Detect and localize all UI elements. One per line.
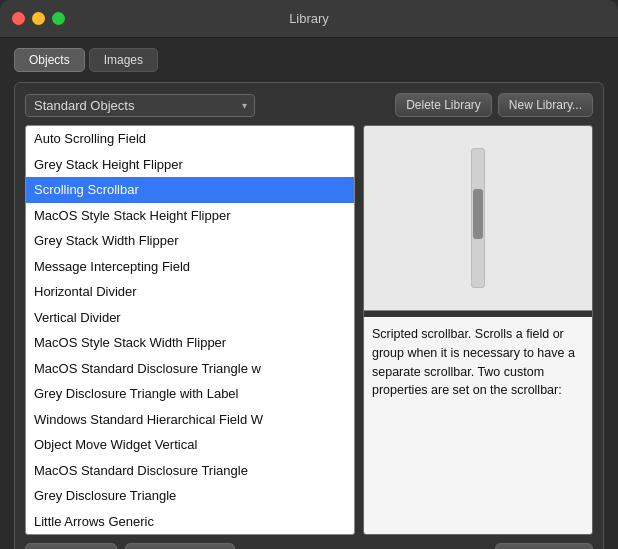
list-item[interactable]: Grey Stack Width Flipper (26, 228, 354, 254)
list-item[interactable]: Object Move Widget Vertical (26, 432, 354, 458)
list-item[interactable]: Horizontal Divider (26, 279, 354, 305)
list-item[interactable]: Windows Standard Hierarchical Field W (26, 407, 354, 433)
description-area: Scripted scrollbar. Scrolls a field or g… (364, 317, 592, 534)
list-item[interactable]: Little Arrows Generic (26, 509, 354, 535)
library-dropdown-wrapper: Standard Objects ▾ (25, 94, 255, 117)
tabs-row: Objects Images (14, 48, 604, 72)
main-content: Objects Images Standard Objects ▾ Delete… (0, 38, 618, 549)
delete-entry-button[interactable]: Delete Entry (25, 543, 117, 549)
list-item[interactable]: Scrolling Scrollbar (26, 177, 354, 203)
close-button[interactable] (12, 12, 25, 25)
library-dropdown[interactable]: Standard Objects (25, 94, 255, 117)
window-controls (12, 12, 65, 25)
import-selected-button[interactable]: Import Selected (125, 543, 235, 549)
list-panel[interactable]: Auto Scrolling FieldGrey Stack Height Fl… (25, 125, 355, 535)
window-title: Library (289, 11, 329, 26)
list-item[interactable]: MacOS Standard Disclosure Triangle (26, 458, 354, 484)
list-item[interactable]: Message Intercepting Field (26, 254, 354, 280)
content-columns: Auto Scrolling FieldGrey Stack Height Fl… (25, 125, 593, 535)
list-item[interactable]: Grey Disclosure Triangle (26, 483, 354, 509)
list-item[interactable]: Grey Disclosure Triangle with Label (26, 381, 354, 407)
list-item[interactable]: MacOS Standard Disclosure Triangle w (26, 356, 354, 382)
right-panel: Scripted scrollbar. Scrolls a field or g… (363, 125, 593, 535)
place-object-button[interactable]: Place Object (495, 543, 593, 549)
scrollbar-thumb (473, 189, 483, 239)
list-item[interactable]: Auto Scrolling Field (26, 126, 354, 152)
scrollbar-preview-graphic (471, 148, 485, 288)
bottom-row: Delete Entry Import Selected Place Objec… (25, 543, 593, 549)
minimize-button[interactable] (32, 12, 45, 25)
delete-library-button[interactable]: Delete Library (395, 93, 492, 117)
title-bar: Library (0, 0, 618, 38)
list-item[interactable]: MacOS Style Stack Height Flipper (26, 203, 354, 229)
tab-objects[interactable]: Objects (14, 48, 85, 72)
top-row: Standard Objects ▾ Delete Library New Li… (25, 93, 593, 117)
description-text: Scripted scrollbar. Scrolls a field or g… (372, 327, 575, 397)
maximize-button[interactable] (52, 12, 65, 25)
list-item[interactable]: Grey Stack Height Flipper (26, 152, 354, 178)
list-item[interactable]: Vertical Divider (26, 305, 354, 331)
list-item[interactable]: MacOS Style Stack Width Flipper (26, 330, 354, 356)
preview-area (364, 126, 592, 311)
body-area: Standard Objects ▾ Delete Library New Li… (14, 82, 604, 549)
tab-images[interactable]: Images (89, 48, 158, 72)
new-library-button[interactable]: New Library... (498, 93, 593, 117)
header-buttons: Delete Library New Library... (395, 93, 593, 117)
